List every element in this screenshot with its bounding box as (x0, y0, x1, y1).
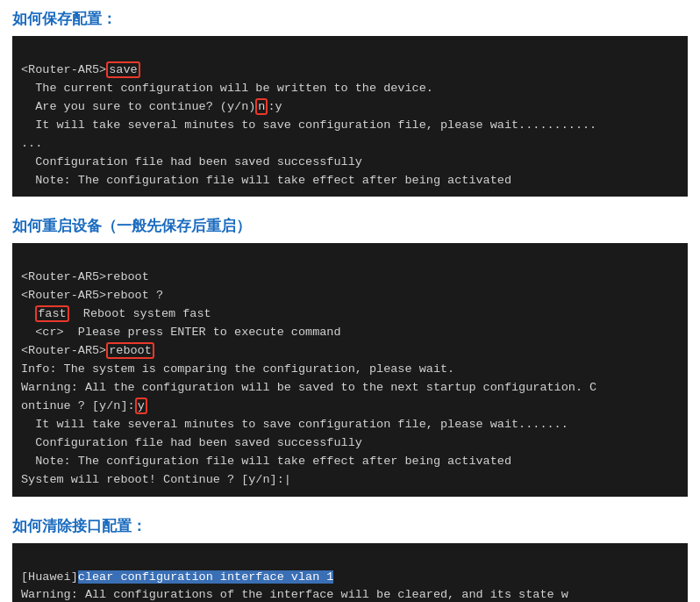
terminal-clear: [Huawei]clear configuration interface vl… (12, 543, 688, 602)
reboot-prompt-1: <Router-AR5>reboot (21, 270, 149, 283)
terminal-partial-top-reboot (12, 243, 688, 262)
terminal-body-clear: [Huawei]clear configuration interface vl… (12, 562, 688, 602)
terminal-save: <Router-AR5>save The current configurati… (12, 36, 688, 197)
terminal-reboot: <Router-AR5>reboot <Router-AR5>reboot ? … (12, 243, 688, 496)
terminal-body-save: <Router-AR5>save The current configurati… (12, 54, 688, 197)
terminal-partial-top-save (12, 36, 688, 54)
hl-n: n (255, 98, 268, 115)
hl-fast: fast (35, 305, 68, 322)
huawei-prompt-1: [Huawei] (21, 570, 78, 584)
section-reboot: 如何重启设备（一般先保存后重启） <Router-AR5>reboot <Rou… (0, 207, 700, 499)
reboot-prompt-2: <Router-AR5>reboot ? (21, 289, 163, 302)
terminal-body-reboot: <Router-AR5>reboot <Router-AR5>reboot ? … (12, 262, 688, 496)
hl-clear-cmd: clear configuration interface vlan 1 (78, 570, 334, 584)
section-save-config: 如何保存配置： <Router-AR5>save The current con… (0, 0, 700, 200)
hl-reboot-cmd: reboot (106, 342, 154, 359)
reboot-prompt-3: <Router-AR5> (21, 344, 106, 357)
section-title-clear: 如何清除接口配置： (12, 516, 688, 536)
cmd-save: save (106, 61, 139, 78)
router-prompt-1: <Router-AR5> (21, 63, 106, 76)
section-title-reboot: 如何重启设备（一般先保存后重启） (12, 216, 688, 236)
section-clear-interface: 如何清除接口配置： [Huawei]clear configuration in… (0, 507, 700, 602)
section-title-save: 如何保存配置： (12, 9, 688, 29)
hl-y-reboot: y (135, 398, 147, 414)
terminal-partial-top-clear (12, 543, 688, 562)
